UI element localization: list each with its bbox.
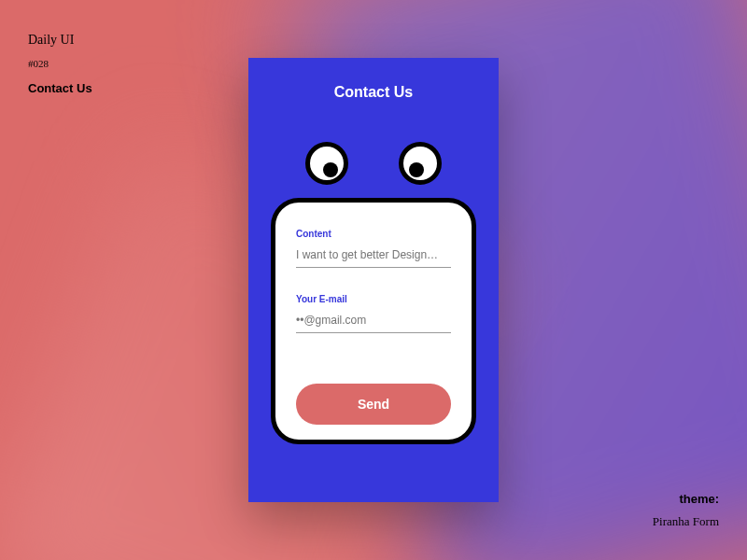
phone-card: Contact Us Content Your E-mail Send	[248, 58, 499, 502]
number-label: #028	[28, 55, 92, 74]
content-field-group: Content	[296, 229, 451, 268]
email-label: Your E-mail	[296, 294, 451, 304]
series-label: Daily UI	[28, 28, 92, 51]
page-title: Contact Us	[334, 84, 413, 101]
pupil-icon	[409, 162, 424, 177]
meta-top: Daily UI #028 Contact Us	[28, 28, 92, 99]
email-input[interactable]	[296, 310, 451, 333]
meta-bottom: theme: Piranha Form	[653, 488, 719, 532]
theme-label: theme:	[653, 488, 719, 510]
pupil-icon	[323, 162, 338, 177]
page-name: Contact Us	[28, 77, 92, 99]
piranha-eyes	[305, 142, 442, 185]
eye-left-icon	[305, 142, 348, 185]
eye-right-icon	[399, 142, 442, 185]
form-card: Content Your E-mail Send	[271, 198, 476, 444]
content-label: Content	[296, 229, 451, 239]
theme-value: Piranha Form	[653, 511, 719, 532]
email-field-group: Your E-mail	[296, 294, 451, 333]
send-button[interactable]: Send	[296, 384, 451, 425]
content-input[interactable]	[296, 245, 451, 268]
